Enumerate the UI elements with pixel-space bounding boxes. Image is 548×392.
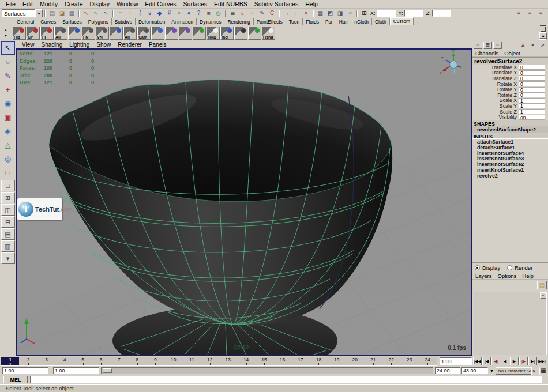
trash-icon[interactable] bbox=[541, 27, 546, 32]
shelf-tab[interactable]: Deformation bbox=[136, 18, 168, 25]
toolbar-icon[interactable]: ▤ bbox=[47, 9, 57, 18]
chevron-up-icon[interactable]: ▴ bbox=[539, 32, 547, 39]
shelf-button[interactable] bbox=[193, 27, 206, 40]
shelf-tab[interactable]: Curves bbox=[37, 18, 59, 25]
panel-menu-item[interactable]: View bbox=[18, 42, 38, 48]
mel-input[interactable] bbox=[30, 376, 542, 383]
input-node-item[interactable]: insertKnotSurface3 bbox=[472, 156, 548, 161]
coord-x-input[interactable] bbox=[377, 10, 396, 17]
selected-object-name[interactable]: revolvedSurface2 bbox=[472, 57, 548, 65]
ui-toggle-icon[interactable]: ≡ bbox=[536, 9, 546, 17]
input-node-item[interactable]: attachSurface1 bbox=[472, 139, 548, 145]
menu-item[interactable]: Subdiv Surfaces bbox=[251, 1, 302, 7]
channel-manip-icon[interactable]: ● bbox=[528, 42, 537, 49]
shelf-button[interactable]: FN bbox=[82, 27, 95, 40]
menu-item[interactable]: Modify bbox=[36, 1, 61, 7]
frame-cell[interactable]: 5 5 bbox=[74, 357, 92, 365]
toolbar-icon[interactable]: ← bbox=[291, 9, 301, 18]
toolbar-icon[interactable]: ✎ bbox=[257, 9, 267, 18]
frame-cell[interactable]: 12 12 bbox=[201, 357, 219, 365]
scrollbar-button[interactable]: ▪ bbox=[540, 292, 546, 299]
toolbar-icon[interactable]: ● bbox=[184, 9, 194, 18]
menu-item[interactable]: Help bbox=[302, 1, 321, 7]
render-radio[interactable] bbox=[507, 265, 512, 270]
viewport-3d-scene[interactable]: y z x persp 0.1 fps bbox=[17, 50, 471, 355]
layout-button[interactable]: ⊞ bbox=[1, 192, 15, 203]
toolbar-icon[interactable]: ε bbox=[238, 9, 247, 18]
menu-item[interactable]: Display bbox=[86, 1, 112, 7]
toolbar-icon[interactable]: ◪ bbox=[57, 9, 67, 18]
toolbar-icon[interactable]: ∴ bbox=[247, 9, 257, 18]
tool-button[interactable]: ↖ bbox=[1, 41, 15, 55]
playback-button[interactable]: ▶ bbox=[510, 357, 519, 365]
frame-cell[interactable]: 7 7 bbox=[110, 357, 128, 365]
channel-layout-icon[interactable]: ≡ bbox=[474, 42, 482, 49]
menu-item[interactable]: File bbox=[2, 1, 19, 7]
shelf-tab[interactable]: nCloth bbox=[351, 18, 372, 25]
layout-button[interactable]: ▤ bbox=[1, 228, 15, 240]
auto-keyframe-icon[interactable]: o– bbox=[531, 367, 539, 375]
layout-button[interactable]: ◫ bbox=[1, 204, 15, 216]
mel-button[interactable]: MEL bbox=[3, 376, 28, 383]
attribute-name[interactable]: Translate Z bbox=[472, 76, 519, 81]
shelf-button[interactable]: His bbox=[13, 27, 26, 40]
playback-button[interactable]: ◀| bbox=[491, 357, 500, 365]
render-icon[interactable]: ▦ bbox=[316, 9, 325, 18]
shelf-button[interactable] bbox=[151, 27, 164, 40]
layout-button[interactable]: □ bbox=[1, 180, 15, 191]
playback-button[interactable]: |◀ bbox=[482, 357, 491, 365]
attribute-value-field[interactable]: 0 bbox=[519, 92, 545, 97]
shelf-tab[interactable]: Hair bbox=[336, 18, 352, 25]
layout-button[interactable]: ▥ bbox=[1, 240, 15, 252]
shelf-button[interactable]: All bbox=[123, 27, 137, 40]
anim-start-field[interactable] bbox=[2, 367, 48, 374]
frame-cell[interactable]: 22 22 bbox=[382, 357, 400, 365]
input-node-item[interactable]: insertKnotSurface1 bbox=[472, 167, 548, 173]
render-icon[interactable]: ◩ bbox=[325, 9, 335, 18]
frame-cell[interactable]: 13 13 bbox=[219, 357, 237, 365]
frame-cell[interactable]: 6 6 bbox=[92, 357, 110, 365]
menu-item[interactable]: Window bbox=[113, 1, 141, 7]
playback-button[interactable]: |▶ bbox=[519, 357, 528, 365]
channel-manip-icon[interactable]: ↗ bbox=[538, 42, 547, 49]
attribute-name[interactable]: Rotate Z bbox=[472, 92, 519, 98]
chevron-down-icon[interactable]: ▾ bbox=[5, 33, 7, 38]
frame-cell[interactable]: 24 24 bbox=[418, 357, 436, 365]
tool-button[interactable]: △ bbox=[1, 138, 15, 152]
frame-cell[interactable]: 8 8 bbox=[128, 357, 146, 365]
frame-cell[interactable]: 18 18 bbox=[310, 357, 328, 365]
render-icon[interactable]: ≋ bbox=[345, 9, 355, 18]
shelf-tab[interactable]: General bbox=[14, 18, 37, 25]
tool-button[interactable]: ○ bbox=[1, 55, 15, 69]
attribute-value-field[interactable]: 0 bbox=[519, 81, 545, 86]
toolbar-icon[interactable]: + bbox=[125, 9, 135, 18]
shelf-button[interactable] bbox=[234, 27, 247, 40]
panel-menu-item[interactable]: Renderer bbox=[114, 42, 145, 48]
layout-more-button[interactable]: ▾ bbox=[1, 252, 15, 264]
attribute-value-field[interactable]: 0 bbox=[519, 87, 545, 92]
shelf-button[interactable] bbox=[110, 27, 123, 40]
shelf-tab[interactable]: Animation bbox=[168, 18, 197, 25]
frame-cell[interactable]: 16 16 bbox=[273, 357, 291, 365]
playback-button[interactable]: ▶▶| bbox=[538, 357, 546, 365]
tool-button[interactable]: + bbox=[1, 82, 15, 96]
frame-cell[interactable]: 20 20 bbox=[346, 357, 364, 365]
toolbar-icon[interactable]: ↖ bbox=[91, 9, 101, 18]
tool-button[interactable]: ◈ bbox=[1, 124, 15, 138]
toolbar-icon[interactable]: → bbox=[281, 9, 291, 18]
frame-cell[interactable]: 2 2 bbox=[19, 357, 37, 365]
playback-start-field[interactable] bbox=[53, 367, 99, 374]
chevron-down-icon[interactable]: ▾ bbox=[35, 9, 43, 17]
playback-button[interactable]: ◀ bbox=[501, 357, 509, 365]
input-node-item[interactable]: insertKnotSurface4 bbox=[472, 150, 548, 156]
shelf-button[interactable]: HRB bbox=[207, 27, 220, 40]
shelf-button[interactable]: mel bbox=[220, 27, 234, 40]
shelf-button[interactable]: CP bbox=[27, 27, 40, 40]
playback-button[interactable]: |◀◀ bbox=[473, 357, 482, 365]
toolbar-icon[interactable]: ≡ bbox=[115, 9, 125, 18]
tool-button[interactable]: ◎ bbox=[1, 152, 15, 165]
tool-button[interactable]: ▣ bbox=[1, 110, 15, 124]
toolbar-icon[interactable]: s bbox=[145, 9, 155, 18]
shelf-button[interactable]: FT bbox=[40, 27, 54, 40]
toolbar-icon[interactable]: C bbox=[267, 9, 277, 18]
